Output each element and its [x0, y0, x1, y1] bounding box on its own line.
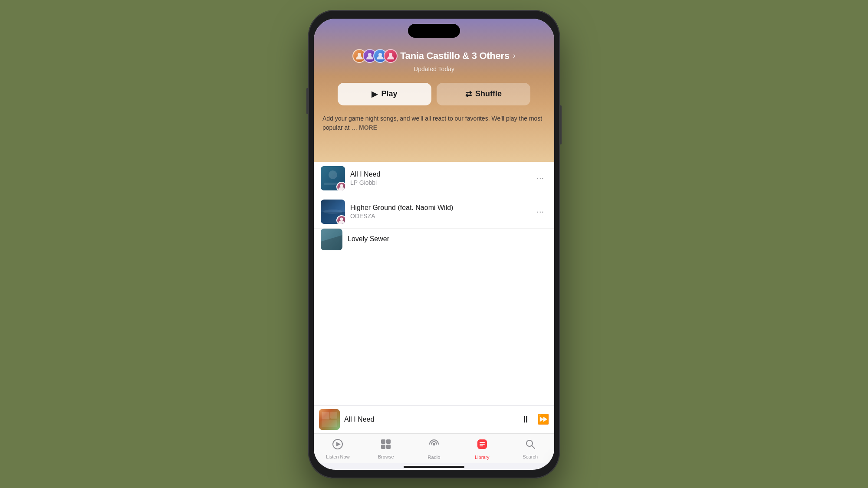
- description-text: Add your game night songs, and we'll all…: [314, 114, 554, 132]
- svg-line-26: [532, 445, 535, 449]
- header-area: Tania Castillo & 3 Others › Updated Toda…: [314, 19, 554, 162]
- play-button[interactable]: ▶ Play: [338, 83, 431, 105]
- now-playing-title: All I Need: [344, 416, 516, 423]
- library-icon: [476, 438, 488, 453]
- radio-icon: [428, 438, 440, 453]
- svg-point-23: [433, 443, 435, 445]
- svg-point-5: [329, 170, 337, 179]
- tab-library-label: Library: [475, 455, 490, 460]
- song-artist-2: ODESZA: [350, 213, 528, 219]
- play-icon: ▶: [372, 89, 378, 99]
- svg-point-1: [368, 53, 372, 56]
- song-title-2: Higher Ground (feat. Naomi Wild): [350, 204, 528, 212]
- song-artwork-3: [321, 229, 342, 250]
- tab-search[interactable]: Search: [509, 439, 552, 459]
- collaborator-name: Tania Castillo & 3 Others: [400, 50, 509, 62]
- song-avatar-overlay-1: [336, 182, 345, 190]
- svg-rect-14: [322, 412, 329, 419]
- more-ellipsis: …: [351, 124, 359, 131]
- svg-rect-16: [322, 420, 337, 427]
- song-more-button-1[interactable]: ···: [533, 171, 547, 185]
- tab-browse[interactable]: Browse: [364, 439, 408, 459]
- song-title-3: Lovely Sewer: [348, 235, 542, 243]
- tab-listen-now-label: Listen Now: [326, 454, 349, 459]
- song-avatar-overlay-2: [336, 215, 345, 224]
- song-info-2: Higher Ground (feat. Naomi Wild) ODESZA: [345, 204, 533, 219]
- collaborators-row[interactable]: Tania Castillo & 3 Others ›: [352, 49, 515, 63]
- tab-listen-now[interactable]: Listen Now: [316, 439, 359, 459]
- now-playing-bar[interactable]: All I Need ⏸ ⏩: [314, 405, 554, 433]
- listen-now-icon: [332, 439, 343, 452]
- pause-button[interactable]: ⏸: [521, 414, 530, 425]
- song-artwork-1: [321, 166, 345, 190]
- svg-rect-22: [386, 445, 391, 449]
- search-icon: [525, 439, 536, 452]
- svg-point-11: [340, 217, 343, 220]
- browse-icon: [380, 439, 391, 452]
- song-item-2[interactable]: Higher Ground (feat. Naomi Wild) ODESZA …: [314, 195, 554, 229]
- svg-marker-18: [336, 442, 341, 446]
- tab-radio[interactable]: Radio: [412, 438, 456, 460]
- play-label: Play: [381, 89, 397, 98]
- now-playing-artwork: [319, 409, 340, 430]
- home-indicator: [404, 466, 464, 468]
- svg-point-2: [378, 53, 382, 56]
- phone-screen: Tania Castillo & 3 Others › Updated Toda…: [314, 19, 554, 470]
- updated-label: Updated Today: [414, 66, 454, 72]
- tab-browse-label: Browse: [378, 454, 394, 459]
- svg-point-0: [358, 53, 361, 56]
- tab-bar: Listen Now Browse: [314, 433, 554, 463]
- song-info-3: Lovely Sewer: [342, 235, 547, 244]
- shuffle-button[interactable]: ⇄ Shuffle: [437, 83, 530, 105]
- dynamic-island: [408, 24, 460, 38]
- action-buttons: ▶ Play ⇄ Shuffle: [338, 83, 530, 105]
- song-artwork-2: [321, 200, 345, 224]
- svg-rect-19: [381, 439, 385, 444]
- song-item-3-partial[interactable]: Lovely Sewer: [314, 229, 554, 250]
- forward-button[interactable]: ⏩: [537, 414, 549, 425]
- svg-point-7: [340, 184, 343, 187]
- now-playing-controls: ⏸ ⏩: [521, 414, 549, 425]
- avatar-4: [384, 49, 398, 63]
- song-more-button-2[interactable]: ···: [533, 205, 547, 218]
- svg-point-3: [389, 53, 392, 56]
- shuffle-icon: ⇄: [465, 89, 472, 99]
- svg-point-10: [323, 210, 342, 214]
- tab-radio-label: Radio: [428, 455, 441, 460]
- song-title-1: All I Need: [350, 170, 528, 178]
- song-list: All I Need LP Giobbi ···: [314, 162, 554, 405]
- chevron-right-icon: ›: [513, 51, 516, 60]
- more-link[interactable]: MORE: [359, 124, 377, 131]
- avatars-group: [352, 49, 398, 63]
- song-artist-1: LP Giobbi: [350, 179, 528, 186]
- shuffle-label: Shuffle: [475, 89, 502, 98]
- song-info-1: All I Need LP Giobbi: [345, 170, 533, 186]
- svg-rect-15: [330, 412, 337, 419]
- phone-frame: Tania Castillo & 3 Others › Updated Toda…: [308, 10, 560, 478]
- tab-search-label: Search: [523, 454, 538, 459]
- tab-library[interactable]: Library: [460, 438, 504, 460]
- song-item-1[interactable]: All I Need LP Giobbi ···: [314, 162, 554, 195]
- svg-rect-20: [386, 439, 391, 444]
- svg-rect-21: [381, 445, 385, 449]
